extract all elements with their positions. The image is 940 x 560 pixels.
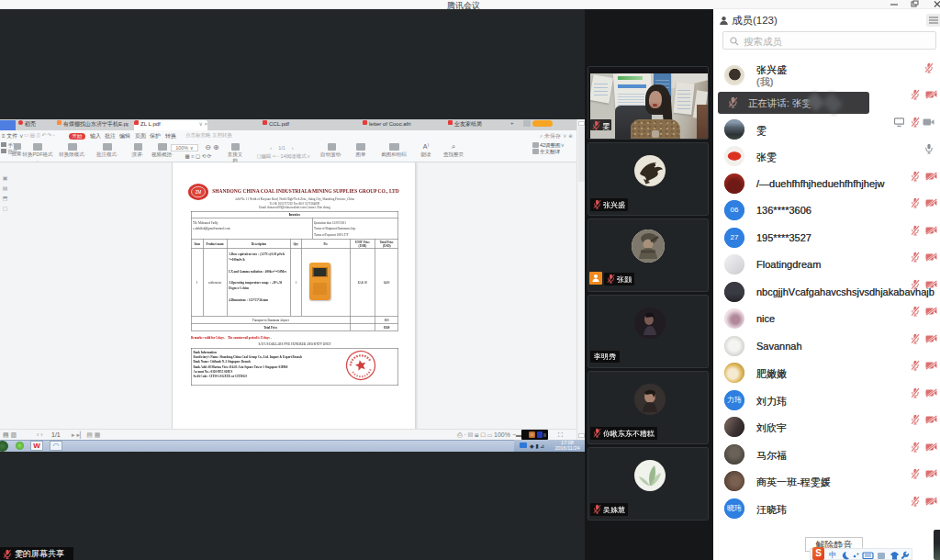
svg-text:ZM: ZM bbox=[196, 190, 202, 195]
